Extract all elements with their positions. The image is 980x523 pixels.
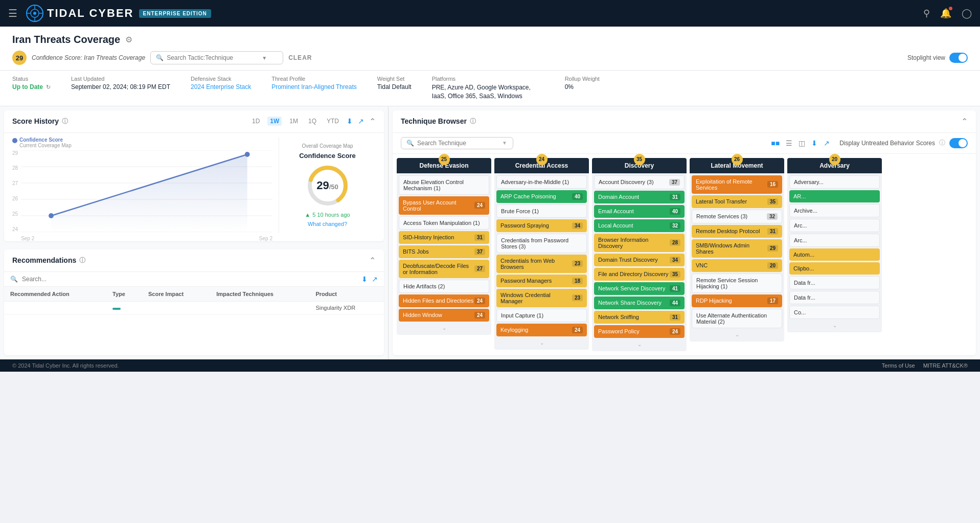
tech-item-3-5[interactable]: VNC20 <box>692 259 782 272</box>
tech-item-1-1[interactable]: ARP Cache Poisoning40 <box>496 190 587 203</box>
tech-item-2-4[interactable]: Browser Information Discovery28 <box>594 234 685 252</box>
download-chart-icon[interactable]: ⬇ <box>347 117 353 125</box>
tech-item-2-8[interactable]: Network Share Discovery44 <box>594 297 685 309</box>
tech-item-2-9[interactable]: Network Sniffing31 <box>594 311 685 324</box>
tech-item-1-5[interactable]: Credentials from Web Browsers23 <box>496 255 587 273</box>
settings-icon[interactable]: ⚙ <box>125 35 132 44</box>
time-btn-1d[interactable]: 1D <box>249 117 262 126</box>
technique-search-input[interactable] <box>417 140 499 147</box>
expand-tech-icon[interactable]: ↗ <box>822 138 831 149</box>
untreated-info-icon[interactable]: ⓘ <box>939 139 945 147</box>
tech-list-4: Adversary...AR...Archive...Arc...Arc...A… <box>787 173 882 332</box>
tech-item-0-3[interactable]: SID-History Injection31 <box>399 231 489 244</box>
tech-item-4-3[interactable]: Arc... <box>789 219 880 232</box>
tech-badge-2-8: 44 <box>670 300 680 306</box>
defensive-stack-label: Defensive Stack <box>191 76 251 82</box>
tactic-search-input[interactable] <box>167 54 259 61</box>
tech-item-4-6[interactable]: Clipbo... <box>789 262 880 275</box>
tactic-search-box[interactable]: 🔍 ▼ <box>150 51 283 64</box>
tech-item-3-2[interactable]: Remote Services (3)32 <box>692 210 782 223</box>
tech-item-3-0[interactable]: Exploitation of Remote Services16 <box>692 175 782 194</box>
tech-item-0-8[interactable]: Hidden Window24 <box>399 309 489 322</box>
download-rec-icon[interactable]: ⬇ <box>361 275 368 283</box>
recommendations-info-icon[interactable]: ⓘ <box>79 256 85 265</box>
tech-item-1-6[interactable]: Password Managers18 <box>496 275 587 287</box>
tech-item-0-4[interactable]: BITS Jobs37 <box>399 245 489 258</box>
technique-search-box[interactable]: 🔍 ▼ <box>401 137 513 149</box>
tech-item-4-8[interactable]: Data fr... <box>789 291 880 304</box>
user-icon[interactable]: ◯ <box>962 8 972 19</box>
stoplight-toggle[interactable] <box>949 53 968 63</box>
expand-chart-icon[interactable]: ↗ <box>358 117 364 125</box>
technique-browser-info-icon[interactable]: ⓘ <box>470 117 476 126</box>
hamburger-menu[interactable]: ☰ <box>8 7 17 19</box>
tech-item-1-9[interactable]: Keylogging24 <box>496 324 587 336</box>
clear-button[interactable]: CLEAR <box>288 54 312 61</box>
search-icon[interactable]: ⚲ <box>923 8 930 19</box>
tech-item-2-2[interactable]: Email Account40 <box>594 205 685 218</box>
tech-item-0-0[interactable]: Abuse Elevation Control Mechanism (1) <box>399 175 489 195</box>
recommendations-search-input[interactable] <box>22 276 357 283</box>
tactic-expand-0[interactable]: ⌄ <box>399 323 489 333</box>
time-btn-1q[interactable]: 1Q <box>306 117 319 126</box>
list-view-icon[interactable]: ☰ <box>784 138 794 149</box>
what-changed-link[interactable]: What changed? <box>308 221 347 227</box>
tech-item-4-4[interactable]: Arc... <box>789 234 880 247</box>
score-history-info-icon[interactable]: ⓘ <box>62 117 68 126</box>
tactic-expand-3[interactable]: ⌄ <box>692 330 782 339</box>
tech-item-3-3[interactable]: Remote Desktop Protocol31 <box>692 225 782 238</box>
tech-item-1-8[interactable]: Input Capture (1) <box>496 309 587 322</box>
dropdown-arrow-icon[interactable]: ▼ <box>262 55 267 61</box>
tactic-expand-1[interactable]: ⌄ <box>496 338 587 348</box>
tech-item-1-3[interactable]: Password Spraying34 <box>496 219 587 232</box>
time-btn-1w[interactable]: 1W <box>267 117 282 126</box>
collapse-score-icon[interactable]: ⌃ <box>369 117 376 126</box>
tech-item-1-2[interactable]: Brute Force (1) <box>496 204 587 218</box>
collapse-technique-icon[interactable]: ⌃ <box>961 117 968 126</box>
tech-item-4-0[interactable]: Adversary... <box>789 175 880 189</box>
tech-item-0-6[interactable]: Hide Artifacts (2) <box>399 280 489 293</box>
tactic-expand-4[interactable]: ⌄ <box>789 321 880 330</box>
tech-item-2-0[interactable]: Account Discovery (3)37 <box>594 175 685 189</box>
tech-item-2-7[interactable]: Network Service Discovery41 <box>594 282 685 295</box>
tech-search-dropdown-icon[interactable]: ▼ <box>502 140 507 146</box>
tech-item-4-1[interactable]: AR... <box>789 190 880 202</box>
table-view-icon[interactable]: ◫ <box>797 138 807 149</box>
bell-icon[interactable]: 🔔 <box>940 8 951 19</box>
tech-item-0-1[interactable]: Bypass User Account Control24 <box>399 196 489 215</box>
threat-profile-link[interactable]: Prominent Iran-Aligned Threats <box>271 83 357 90</box>
tech-item-3-4[interactable]: SMB/Windows Admin Shares29 <box>692 239 782 258</box>
time-btn-ytd[interactable]: YTD <box>324 117 341 126</box>
refresh-icon[interactable]: ↻ <box>46 84 51 90</box>
tech-item-3-8[interactable]: Use Alternate Authentication Material (2… <box>692 309 782 328</box>
tech-item-0-2[interactable]: Access Token Manipulation (1) <box>399 216 489 230</box>
tech-item-4-7[interactable]: Data fr... <box>789 276 880 289</box>
defensive-stack-link[interactable]: 2024 Enterprise Stack <box>191 83 251 90</box>
tech-item-4-9[interactable]: Co... <box>789 306 880 319</box>
tech-item-3-7[interactable]: RDP Hijacking17 <box>692 294 782 307</box>
tech-item-2-3[interactable]: Local Account32 <box>594 219 685 232</box>
tech-item-1-7[interactable]: Windows Credential Manager23 <box>496 289 587 307</box>
rec-score-impact-cell <box>142 301 210 314</box>
tech-item-0-7[interactable]: Hidden Files and Directories24 <box>399 294 489 307</box>
time-btn-1m[interactable]: 1M <box>287 117 301 126</box>
mitre-attack-link[interactable]: MITRE ATT&CK® <box>923 362 968 369</box>
tech-item-3-6[interactable]: Remote Service Session Hijacking (1) <box>692 274 782 293</box>
tactic-expand-2[interactable]: ⌄ <box>594 339 685 349</box>
tech-item-2-6[interactable]: File and Directory Discovery35 <box>594 268 685 281</box>
tech-item-2-10[interactable]: Password Policy24 <box>594 325 685 338</box>
grid-view-icon[interactable]: ■■ <box>769 138 781 149</box>
download-tech-icon[interactable]: ⬇ <box>810 138 819 149</box>
tech-item-0-5[interactable]: Deobfuscate/Decode Files or Information2… <box>399 260 489 278</box>
tech-item-2-1[interactable]: Domain Account31 <box>594 191 685 203</box>
expand-rec-icon[interactable]: ↗ <box>372 275 378 283</box>
untreated-toggle[interactable] <box>949 138 968 148</box>
terms-of-use-link[interactable]: Terms of Use <box>882 362 915 369</box>
tech-item-2-5[interactable]: Domain Trust Discovery34 <box>594 254 685 266</box>
collapse-rec-icon[interactable]: ⌃ <box>369 256 376 265</box>
tech-item-1-4[interactable]: Credentials from Password Stores (3) <box>496 234 587 253</box>
tech-item-3-1[interactable]: Lateral Tool Transfer35 <box>692 195 782 208</box>
tech-item-4-2[interactable]: Archive... <box>789 204 880 217</box>
tech-item-4-5[interactable]: Autom... <box>789 248 880 261</box>
tech-item-1-0[interactable]: Adversary-in-the-Middle (1) <box>496 175 587 189</box>
